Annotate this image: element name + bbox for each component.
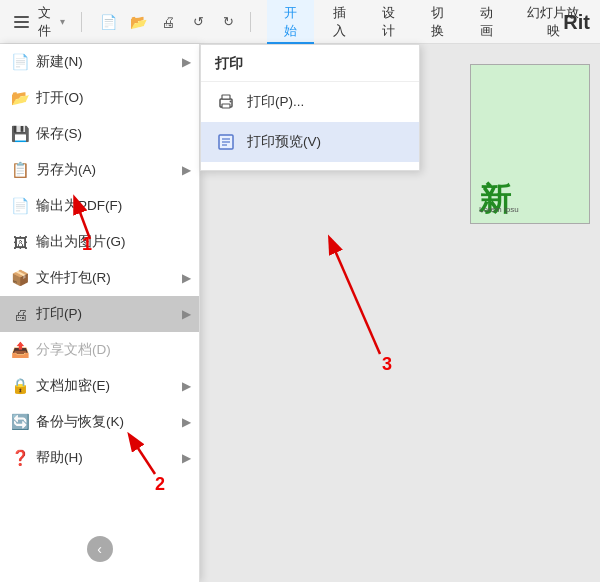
share-icon: 📤 — [10, 340, 30, 360]
main-area: 新 Lorem ipsu 📄 新建(N) ▶ 📂 打开(O) 💾 保存(S) 📋… — [0, 44, 600, 582]
menu-item-print[interactable]: 🖨 打印(P) ▶ — [0, 296, 199, 332]
encrypt-icon: 🔒 — [10, 376, 30, 396]
open-menu-icon: 📂 — [10, 88, 30, 108]
menu-package-label: 文件打包(R) — [36, 269, 111, 287]
redo-icon-btn[interactable]: ↻ — [214, 8, 242, 36]
back-button[interactable]: ‹ — [87, 536, 113, 562]
new-doc-icon-btn[interactable]: 📄 — [94, 8, 122, 36]
svg-rect-2 — [222, 104, 230, 108]
dropdown-arrow: ▾ — [60, 16, 65, 27]
tab-start[interactable]: 开始 — [267, 0, 314, 44]
submenu-preview[interactable]: 打印预览(V) — [201, 122, 419, 162]
menu-item-share[interactable]: 📤 分享文档(D) — [0, 332, 199, 368]
print-icon-btn[interactable]: 🖨 — [154, 8, 182, 36]
tab-transition[interactable]: 切换 — [414, 0, 461, 44]
new-doc-icon: 📄 — [100, 14, 117, 30]
menu-item-backup[interactable]: 🔄 备份与恢复(K) ▶ — [0, 404, 199, 440]
menu-save-label: 保存(S) — [36, 125, 82, 143]
svg-point-3 — [230, 101, 232, 103]
toolbar-left: 文件 ▾ 📄 📂 🖨 ↺ ↻ 开始 插入 — [0, 0, 600, 44]
menu-pdf-label: 输出为PDF(F) — [36, 197, 122, 215]
back-area: ‹ — [0, 536, 199, 562]
print-menu-icon: 🖨 — [10, 304, 30, 324]
help-icon: ❓ — [10, 448, 30, 468]
print-arrow-icon: ▶ — [182, 307, 191, 321]
rit-label-toolbar: Rit — [563, 11, 590, 34]
menu-item-saveas[interactable]: 📋 另存为(A) ▶ — [0, 152, 199, 188]
backup-arrow-icon: ▶ — [182, 415, 191, 429]
file-label: 文件 — [33, 4, 57, 40]
backup-icon: 🔄 — [10, 412, 30, 432]
help-arrow-icon: ▶ — [182, 451, 191, 465]
new-icon: 📄 — [10, 52, 30, 72]
undo-icon: ↺ — [193, 14, 204, 29]
toolbar-tabs: 开始 插入 设计 切换 动画 幻灯片放映 — [267, 0, 594, 44]
open-icon: 📂 — [130, 14, 147, 30]
svg-rect-1 — [222, 95, 230, 99]
slide-preview: 新 Lorem ipsu — [470, 64, 590, 224]
menu-item-pdf[interactable]: 📄 输出为PDF(F) — [0, 188, 199, 224]
saveas-icon: 📋 — [10, 160, 30, 180]
file-menu[interactable]: 📄 新建(N) ▶ 📂 打开(O) 💾 保存(S) 📋 另存为(A) ▶ 📄 输… — [0, 44, 200, 582]
file-menu-button[interactable]: 文件 ▾ — [6, 0, 73, 44]
toolbar-right: Rit — [563, 0, 590, 44]
tab-insert[interactable]: 插入 — [316, 0, 363, 44]
undo-icon-btn[interactable]: ↺ — [184, 8, 212, 36]
toolbar: 文件 ▾ 📄 📂 🖨 ↺ ↻ 开始 插入 — [0, 0, 600, 44]
menu-share-label: 分享文档(D) — [36, 341, 111, 359]
menu-new-label: 新建(N) — [36, 53, 83, 71]
menu-backup-label: 备份与恢复(K) — [36, 413, 124, 431]
package-icon: 📦 — [10, 268, 30, 288]
image-icon: 🖼 — [10, 232, 30, 252]
save-icon: 💾 — [10, 124, 30, 144]
redo-icon: ↻ — [223, 14, 234, 29]
menu-item-package[interactable]: 📦 文件打包(R) ▶ — [0, 260, 199, 296]
menu-saveas-label: 另存为(A) — [36, 161, 96, 179]
toolbar-icons: 📄 📂 🖨 ↺ ↻ — [94, 8, 242, 36]
menu-item-open[interactable]: 📂 打开(O) — [0, 80, 199, 116]
menu-open-label: 打开(O) — [36, 89, 84, 107]
menu-item-encrypt[interactable]: 🔒 文档加密(E) ▶ — [0, 368, 199, 404]
pdf-icon: 📄 — [10, 196, 30, 216]
submenu-print[interactable]: 打印(P)... — [201, 82, 419, 122]
menu-item-new[interactable]: 📄 新建(N) ▶ — [0, 44, 199, 80]
menu-item-help[interactable]: ❓ 帮助(H) ▶ — [0, 440, 199, 476]
menu-help-label: 帮助(H) — [36, 449, 83, 467]
menu-print-label: 打印(P) — [36, 305, 82, 323]
menu-encrypt-label: 文档加密(E) — [36, 377, 110, 395]
slide-lorem: Lorem ipsu — [479, 204, 519, 215]
tab-animation[interactable]: 动画 — [463, 0, 510, 44]
submenu-preview-label: 打印预览(V) — [247, 133, 321, 151]
hamburger-icon — [14, 16, 29, 28]
menu-item-image[interactable]: 🖼 输出为图片(G) — [0, 224, 199, 260]
menu-item-save[interactable]: 💾 保存(S) — [0, 116, 199, 152]
package-arrow-icon: ▶ — [182, 271, 191, 285]
open-icon-btn[interactable]: 📂 — [124, 8, 152, 36]
menu-image-label: 输出为图片(G) — [36, 233, 126, 251]
saveas-arrow-icon: ▶ — [182, 163, 191, 177]
submenu-print-icon — [215, 91, 237, 113]
tab-design[interactable]: 设计 — [365, 0, 412, 44]
toolbar-sep-2 — [250, 12, 251, 32]
submenu-title: 打印 — [201, 45, 419, 82]
new-arrow-icon: ▶ — [182, 55, 191, 69]
encrypt-arrow-icon: ▶ — [182, 379, 191, 393]
submenu-preview-icon — [215, 131, 237, 153]
toolbar-sep-1 — [81, 12, 82, 32]
print-small-icon: 🖨 — [161, 14, 175, 30]
print-submenu[interactable]: 打印 打印(P)... — [200, 44, 420, 171]
submenu-print-label: 打印(P)... — [247, 93, 304, 111]
